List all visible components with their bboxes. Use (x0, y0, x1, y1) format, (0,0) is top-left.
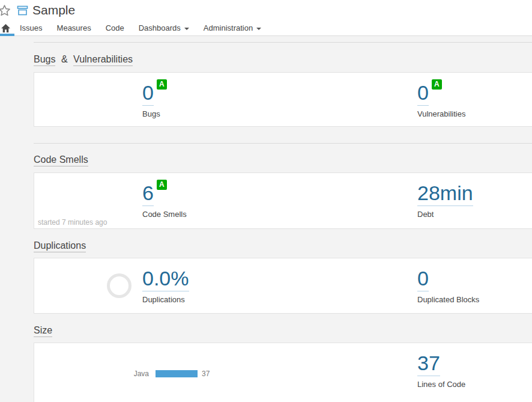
bugs-value-link[interactable]: 0 (142, 82, 154, 106)
nav-item-issues[interactable]: Issues (20, 23, 43, 32)
nav-tab-home[interactable] (0, 20, 14, 35)
section-heading-bugs-vulnerabilities: Bugs & Vulnerabilities (34, 54, 532, 65)
language-bar (156, 370, 198, 377)
nav-item-issues-label: Issues (20, 23, 43, 32)
nav-item-measures-label: Measures (57, 23, 91, 32)
project-title-row: Sample (0, 0, 532, 20)
card-duplications: 0.0% Duplications 0 Duplicated Blocks (34, 258, 532, 314)
card-code-smells: 6A Code Smells 28min Debt started 7 minu… (34, 172, 532, 229)
vulnerabilities-label: Vulnerabilities (417, 109, 465, 118)
duplications-label: Duplications (142, 295, 189, 304)
language-name: Java (118, 370, 149, 378)
measure-code-smells: 6A Code Smells (142, 182, 187, 219)
duplicated-blocks-label: Duplicated Blocks (417, 295, 479, 304)
vulnerabilities-value-link[interactable]: 0 (417, 82, 429, 106)
duplications-donut-icon (107, 273, 131, 298)
lines-of-code-label: Lines of Code (417, 380, 465, 389)
code-smells-rating-badge: A (157, 180, 167, 190)
overview-panel: Bugs & Vulnerabilities 0A Bugs 0A Vulner… (34, 42, 532, 402)
nav-item-code-label: Code (106, 23, 124, 32)
chevron-down-icon (256, 28, 261, 30)
star-outline-icon[interactable] (0, 4, 11, 17)
nav-item-dashboards[interactable]: Dashboards (139, 23, 189, 32)
chevron-down-icon (184, 28, 189, 30)
bugs-heading-link[interactable]: Bugs (34, 54, 55, 66)
measure-bugs: 0A Bugs (142, 82, 167, 118)
section-heading-duplications: Duplications (34, 240, 532, 251)
measure-duplications: 0.0% Duplications (142, 267, 189, 304)
duplicated-blocks-value-link[interactable]: 0 (417, 267, 429, 291)
language-loc-value: 37 (202, 370, 210, 378)
vulnerabilities-rating-badge: A (432, 79, 442, 90)
header: Sample Issues Measures Code Dashboards A… (0, 0, 532, 36)
project-nav: Issues Measures Code Dashboards Administ… (0, 20, 532, 36)
section-divider (34, 143, 532, 144)
code-smells-label: Code Smells (142, 210, 187, 219)
debt-label: Debt (417, 210, 473, 219)
nav-item-code[interactable]: Code (106, 23, 124, 32)
card-bugs-vulnerabilities: 0A Bugs 0A Vulnerabilities (34, 72, 532, 127)
heading-separator: & (61, 54, 68, 64)
section-heading-code-smells: Code Smells (34, 154, 532, 165)
nav-item-administration-label: Administration (204, 23, 253, 32)
code-smells-heading-link[interactable]: Code Smells (34, 154, 88, 166)
page-title: Sample (32, 3, 75, 17)
measure-duplicated-blocks: 0 Duplicated Blocks (417, 267, 479, 304)
duplications-value-link[interactable]: 0.0% (142, 267, 189, 291)
nav-item-dashboards-label: Dashboards (139, 23, 181, 32)
analysis-timestamp: started 7 minutes ago (38, 218, 107, 227)
lines-of-code-value-link[interactable]: 37 (417, 352, 440, 376)
bugs-rating-badge: A (157, 79, 167, 90)
nav-item-administration[interactable]: Administration (204, 23, 261, 32)
overview-content: Bugs & Vulnerabilities 0A Bugs 0A Vulner… (0, 36, 532, 402)
nav-item-measures[interactable]: Measures (57, 23, 91, 32)
measure-debt: 28min Debt (417, 182, 473, 219)
active-tab-indicator (0, 34, 14, 36)
measure-lines-of-code: 37 Lines of Code (417, 352, 465, 389)
size-heading-link[interactable]: Size (34, 325, 52, 337)
language-distribution-row: Java 37 (118, 370, 210, 378)
section-heading-size: Size (34, 325, 532, 336)
measure-vulnerabilities: 0A Vulnerabilities (417, 82, 465, 118)
debt-value-link[interactable]: 28min (417, 182, 473, 206)
code-smells-value-link[interactable]: 6 (142, 182, 154, 206)
bugs-label: Bugs (142, 109, 167, 118)
home-icon (1, 24, 10, 32)
card-size: Java 37 37 Lines of Code (34, 343, 532, 402)
duplications-heading-link[interactable]: Duplications (34, 240, 86, 252)
vulnerabilities-heading-link[interactable]: Vulnerabilities (73, 54, 133, 66)
project-qualifier-icon (17, 5, 28, 16)
